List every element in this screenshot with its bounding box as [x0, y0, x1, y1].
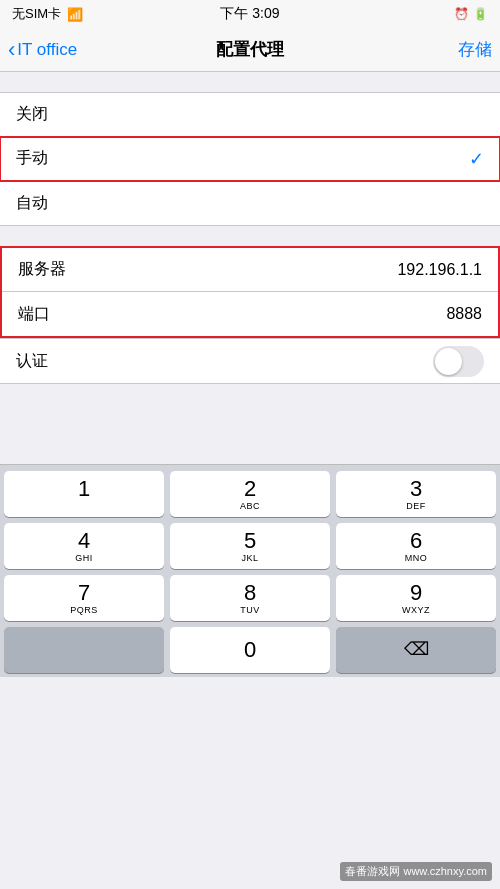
save-button[interactable]: 存储	[458, 38, 492, 61]
key-3[interactable]: 3 DEF	[336, 471, 496, 517]
key-9-letters: WXYZ	[402, 606, 430, 615]
nav-title: 配置代理	[216, 38, 284, 61]
key-8-number: 8	[244, 581, 256, 605]
proxy-manual-label: 手动	[16, 148, 76, 169]
server-label: 服务器	[18, 259, 78, 280]
nav-back-button[interactable]: ‹ IT office	[8, 39, 77, 61]
proxy-off-row[interactable]: 关闭	[0, 93, 500, 137]
gray-spacer	[0, 384, 500, 464]
key-3-number: 3	[410, 477, 422, 501]
keyboard-row-4: 0 ⌫	[4, 627, 496, 673]
key-2-letters: ABC	[240, 502, 260, 511]
key-6-number: 6	[410, 529, 422, 553]
checkmark-icon: ✓	[469, 148, 484, 170]
watermark: 春番游戏网 www.czhnxy.com	[340, 862, 492, 881]
wifi-icon: 📶	[67, 7, 83, 22]
nav-bar: ‹ IT office 配置代理 存储	[0, 28, 500, 72]
key-2-number: 2	[244, 477, 256, 501]
key-7[interactable]: 7 PQRS	[4, 575, 164, 621]
status-bar: 无SIM卡 📶 下午 3:09 ⏰ 🔋	[0, 0, 500, 28]
proxy-options-section: 关闭 手动 ✓ 自动	[0, 92, 500, 226]
keyboard-row-3: 7 PQRS 8 TUV 9 WXYZ	[4, 575, 496, 621]
key-5[interactable]: 5 JKL	[170, 523, 330, 569]
key-0[interactable]: 0	[170, 627, 330, 673]
proxy-off-label: 关闭	[16, 104, 76, 125]
keyboard-row-2: 4 GHI 5 JKL 6 MNO	[4, 523, 496, 569]
port-label: 端口	[18, 304, 78, 325]
key-1[interactable]: 1	[4, 471, 164, 517]
nav-back-label: IT office	[17, 40, 77, 60]
alarm-icon: ⏰	[454, 7, 469, 21]
key-delete[interactable]: ⌫	[336, 627, 496, 673]
key-9-number: 9	[410, 581, 422, 605]
key-4[interactable]: 4 GHI	[4, 523, 164, 569]
proxy-auto-label: 自动	[16, 193, 76, 214]
key-2[interactable]: 2 ABC	[170, 471, 330, 517]
proxy-manual-row[interactable]: 手动 ✓	[0, 137, 500, 181]
numeric-keyboard: 1 2 ABC 3 DEF 4 GHI 5 JKL 6 MNO 7 PQRS	[0, 464, 500, 677]
proxy-auto-row[interactable]: 自动	[0, 181, 500, 225]
status-right: ⏰ 🔋	[454, 7, 488, 21]
key-delete-icon: ⌫	[404, 640, 429, 660]
auth-toggle[interactable]	[433, 346, 484, 377]
server-value: 192.196.1.1	[78, 261, 482, 279]
auth-row[interactable]: 认证	[0, 339, 500, 383]
carrier-label: 无SIM卡	[12, 5, 61, 23]
key-5-number: 5	[244, 529, 256, 553]
key-special-left[interactable]	[4, 627, 164, 673]
key-0-number: 0	[244, 638, 256, 662]
port-value: 8888	[78, 305, 482, 323]
key-1-number: 1	[78, 477, 90, 501]
key-1-letters	[82, 502, 85, 511]
keyboard-row-1: 1 2 ABC 3 DEF	[4, 471, 496, 517]
key-8-letters: TUV	[240, 606, 260, 615]
key-4-letters: GHI	[75, 554, 93, 563]
key-3-letters: DEF	[406, 502, 426, 511]
key-6-letters: MNO	[405, 554, 428, 563]
status-time: 下午 3:09	[220, 5, 279, 23]
toggle-knob	[435, 348, 462, 375]
key-4-number: 4	[78, 529, 90, 553]
key-7-letters: PQRS	[70, 606, 98, 615]
battery-icon: 🔋	[473, 7, 488, 21]
key-8[interactable]: 8 TUV	[170, 575, 330, 621]
server-section: 服务器 192.196.1.1 端口 8888	[0, 246, 500, 338]
key-5-letters: JKL	[241, 554, 258, 563]
port-row[interactable]: 端口 8888	[2, 292, 498, 336]
status-left: 无SIM卡 📶	[12, 5, 83, 23]
server-row[interactable]: 服务器 192.196.1.1	[2, 248, 498, 292]
auth-section: 认证	[0, 338, 500, 384]
key-6[interactable]: 6 MNO	[336, 523, 496, 569]
auth-label: 认证	[16, 351, 76, 372]
key-9[interactable]: 9 WXYZ	[336, 575, 496, 621]
back-arrow-icon: ‹	[8, 39, 15, 61]
key-7-number: 7	[78, 581, 90, 605]
